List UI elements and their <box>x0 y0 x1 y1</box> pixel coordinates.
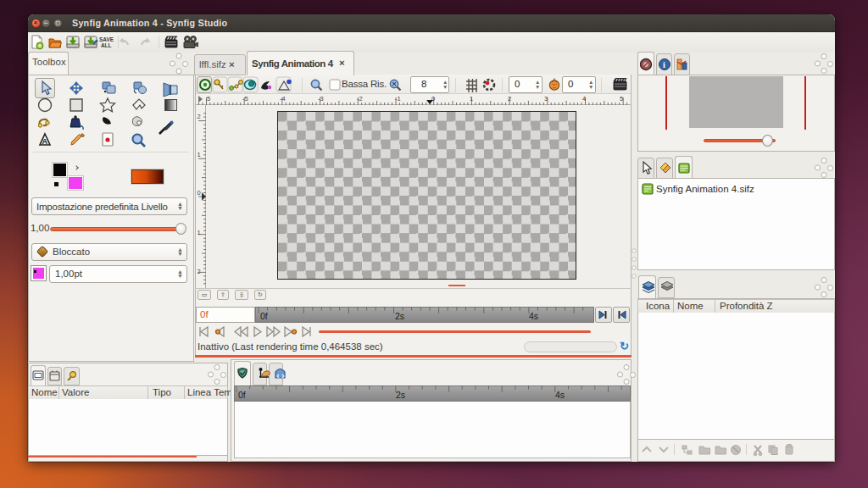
svg-text:1: 1 <box>198 229 201 236</box>
svg-text:4: 4 <box>582 95 586 103</box>
svg-text:5: 5 <box>620 95 623 103</box>
svg-text:3: 3 <box>544 95 548 103</box>
svg-text:SAVE: SAVE <box>99 36 114 42</box>
svg-text:0f: 0f <box>238 390 246 400</box>
svg-text:A: A <box>42 137 48 146</box>
svg-text:2: 2 <box>198 268 201 275</box>
svg-text:2: 2 <box>198 113 201 120</box>
svg-text:0f: 0f <box>260 311 268 321</box>
svg-text:1: 1 <box>198 151 201 158</box>
svg-text:2s: 2s <box>395 311 404 321</box>
svg-text:-4: -4 <box>280 95 286 103</box>
svg-text:5: 5 <box>207 95 210 103</box>
svg-text:-1: -1 <box>395 95 401 103</box>
svg-text:-3: -3 <box>318 95 324 103</box>
svg-text:4s: 4s <box>529 311 538 321</box>
svg-text:-2: -2 <box>357 95 363 103</box>
svg-text:2s: 2s <box>396 390 405 400</box>
svg-text:1: 1 <box>470 95 473 103</box>
svg-text:i: i <box>663 60 665 69</box>
svg-text:0: 0 <box>198 189 201 197</box>
svg-text:ALL: ALL <box>101 42 112 48</box>
svg-text:4s: 4s <box>555 390 565 400</box>
svg-text:-5: -5 <box>242 95 248 103</box>
svg-text:2: 2 <box>508 95 511 103</box>
